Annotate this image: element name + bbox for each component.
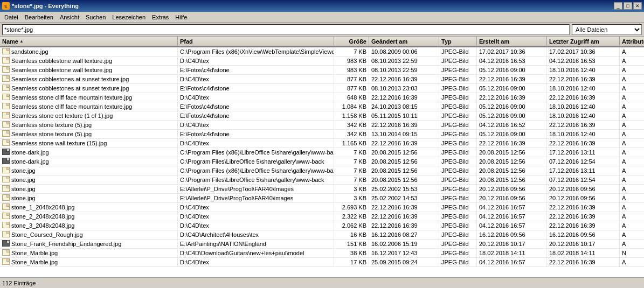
cell-last-access: 22.12.2016 16:39 bbox=[547, 203, 620, 212]
file-icon bbox=[2, 103, 10, 110]
cell-path: D:\C4D\tex bbox=[178, 212, 334, 221]
file-type-dropdown[interactable]: Alle DateienAudioBildDokumentVideoZip bbox=[572, 24, 642, 35]
table-row[interactable]: Stone_Marble.jpgD:\C4D\tex17 KB25.09.201… bbox=[0, 258, 644, 267]
cell-attribute: A bbox=[620, 166, 644, 175]
table-row[interactable]: Seamless cobblestones at sunset texture.… bbox=[0, 75, 644, 84]
cell-created: 20.08.2015 12:56 bbox=[477, 157, 547, 166]
cell-created: 05.12.2016 09:00 bbox=[477, 66, 547, 74]
table-row[interactable]: stone-dark.jpgC:\Program Files\LibreOffi… bbox=[0, 157, 644, 166]
table-row[interactable]: sandstone.jpgC:\Program Files (x86)\XnVi… bbox=[0, 47, 644, 57]
app-icon: E bbox=[2, 2, 10, 10]
col-attribute[interactable]: Attribute bbox=[620, 37, 644, 46]
col-modified[interactable]: Geändert am bbox=[369, 37, 439, 46]
cell-last-access: 18.02.2018 14:11 bbox=[547, 249, 620, 257]
cell-type: JPEG-Bild bbox=[439, 130, 477, 138]
cell-attribute: A bbox=[620, 139, 644, 147]
menu-item-bearbeiten[interactable]: Bearbeiten bbox=[22, 13, 57, 22]
cell-modified: 24.10.2013 08:15 bbox=[369, 102, 439, 111]
file-icon bbox=[2, 249, 10, 257]
table-row[interactable]: stone-dark.jpgC:\Program Files (x86)\Lib… bbox=[0, 148, 644, 157]
cell-type: JPEG-Bild bbox=[439, 185, 477, 193]
table-row[interactable]: Seamless stone texture (5).jpgD:\C4D\tex… bbox=[0, 121, 644, 130]
table-row[interactable]: Seamless cobblestones at sunset texture.… bbox=[0, 84, 644, 93]
menu-item-ansicht[interactable]: Ansicht bbox=[57, 13, 82, 22]
table-row[interactable]: stone_3_2048x2048.jpgD:\C4D\tex2.062 KB2… bbox=[0, 221, 644, 230]
file-icon bbox=[2, 57, 10, 65]
menu-item-datei[interactable]: Datei bbox=[1, 13, 22, 22]
cell-type: JPEG-Bild bbox=[439, 84, 477, 93]
cell-modified: 08.10.2013 23:03 bbox=[369, 84, 439, 93]
cell-path: E:\Fotos\c4d\stone bbox=[178, 111, 334, 120]
table-row[interactable]: stone_1_2048x2048.jpgD:\C4D\tex2.693 KB2… bbox=[0, 203, 644, 212]
cell-last-access: 18.10.2016 12:40 bbox=[547, 66, 620, 74]
cell-attribute: A bbox=[620, 230, 644, 239]
col-size[interactable]: Größe bbox=[334, 37, 369, 46]
file-list-container[interactable]: Name ▲ Pfad Größe Geändert am Typ Erstel… bbox=[0, 37, 644, 277]
cell-size: 983 KB bbox=[334, 57, 369, 65]
table-row[interactable]: Stone_Marble.jpgD:\C4D\Download\Guitars\… bbox=[0, 249, 644, 258]
col-type[interactable]: Typ bbox=[439, 37, 477, 46]
table-row[interactable]: Stone_Coursed_Rough.jpgD:\C4D\Architect\… bbox=[0, 230, 644, 240]
cell-filename: Seamless cobblestones at sunset texture.… bbox=[0, 75, 178, 83]
cell-path: D:\C4D\tex bbox=[178, 221, 334, 230]
cell-filename: stone_3_2048x2048.jpg bbox=[0, 221, 178, 230]
menu-item-suchen[interactable]: Suchen bbox=[82, 13, 109, 22]
cell-filename: stone.jpg bbox=[0, 185, 178, 193]
menu-item-extras[interactable]: Extras bbox=[149, 13, 172, 22]
cell-last-access: 22.12.2016 16:39 bbox=[547, 221, 620, 230]
cell-created: 04.12.2016 16:53 bbox=[477, 57, 547, 65]
file-icon bbox=[2, 194, 10, 202]
cell-size: 151 KB bbox=[334, 240, 369, 248]
cell-size: 2.693 KB bbox=[334, 203, 369, 212]
status-bar: 112 Einträge bbox=[0, 277, 644, 288]
cell-size: 342 KB bbox=[334, 130, 369, 138]
cell-created: 04.12.2016 16:57 bbox=[477, 212, 547, 221]
col-name[interactable]: Name ▲ bbox=[0, 37, 178, 46]
cell-modified: 22.12.2016 16:39 bbox=[369, 139, 439, 147]
minimize-button[interactable]: _ bbox=[614, 2, 622, 10]
title-bar: E *stone*.jpg - Everything _ □ ✕ bbox=[0, 0, 644, 12]
table-row[interactable]: stone.jpgC:\Program Files (x86)\LibreOff… bbox=[0, 166, 644, 175]
cell-last-access: 22.12.2016 16:39 bbox=[547, 258, 620, 266]
close-button[interactable]: ✕ bbox=[633, 2, 642, 10]
cell-attribute: A bbox=[620, 130, 644, 138]
table-row[interactable]: Seamless stone oct texture (1 of 1).jpgE… bbox=[0, 111, 644, 121]
table-row[interactable]: Seamless stone texture (5).jpgE:\Fotos\c… bbox=[0, 130, 644, 139]
cell-modified: 16.12.2017 12:43 bbox=[369, 249, 439, 257]
file-icon bbox=[2, 66, 10, 74]
cell-last-access: 04.12.2016 16:53 bbox=[547, 57, 620, 65]
table-row[interactable]: Seamless stone cliff face mountain textu… bbox=[0, 102, 644, 111]
cell-filename: Seamless stone cliff face mountain textu… bbox=[0, 102, 178, 111]
cell-attribute: A bbox=[620, 148, 644, 157]
menu-item-hilfe[interactable]: Hilfe bbox=[172, 13, 190, 22]
cell-modified: 16.12.2016 08:27 bbox=[369, 230, 439, 239]
table-row[interactable]: stone.jpgC:\Program Files\LibreOffice 5\… bbox=[0, 175, 644, 185]
col-created[interactable]: Erstellt am bbox=[477, 37, 547, 46]
maximize-button[interactable]: □ bbox=[624, 2, 632, 10]
cell-size: 17 KB bbox=[334, 258, 369, 266]
cell-modified: 08.10.2013 22:59 bbox=[369, 66, 439, 74]
cell-modified: 20.08.2015 12:56 bbox=[369, 148, 439, 157]
cell-filename: stone.jpg bbox=[0, 166, 178, 175]
search-input[interactable] bbox=[2, 24, 570, 35]
table-row[interactable]: Seamless stone cliff face mountain textu… bbox=[0, 93, 644, 102]
table-row[interactable]: Seamless cobblestone wall texture.jpgD:\… bbox=[0, 57, 644, 66]
menu-item-lesezeichen[interactable]: Lesezeichen bbox=[109, 13, 149, 22]
file-icon bbox=[2, 94, 10, 101]
cell-attribute: A bbox=[620, 66, 644, 74]
table-row[interactable]: Seamless cobblestone wall texture.jpgE:\… bbox=[0, 66, 644, 75]
table-row[interactable]: Stone_Frank_Friendship_Endangered.jpgE:\… bbox=[0, 240, 644, 249]
col-path[interactable]: Pfad bbox=[178, 37, 334, 46]
cell-created: 04.12.2016 16:57 bbox=[477, 203, 547, 212]
cell-created: 20.12.2016 10:17 bbox=[477, 240, 547, 248]
cell-modified: 20.08.2015 12:56 bbox=[369, 157, 439, 166]
col-last-access[interactable]: Letzter Zugriff am bbox=[547, 37, 620, 46]
table-row[interactable]: Seamless stone wall texture (15).jpgD:\C… bbox=[0, 139, 644, 148]
table-row[interactable]: stone_2_2048x2048.jpgD:\C4D\tex2.322 KB2… bbox=[0, 212, 644, 221]
cell-type: JPEG-Bild bbox=[439, 57, 477, 65]
cell-filename: Seamless cobblestone wall texture.jpg bbox=[0, 66, 178, 74]
cell-created: 22.12.2016 16:39 bbox=[477, 75, 547, 83]
table-row[interactable]: stone.jpgE:\Allerlei\P_Drive\ProgTool\FA… bbox=[0, 194, 644, 203]
table-row[interactable]: stone.jpgE:\Allerlei\P_Drive\ProgTool\FA… bbox=[0, 185, 644, 194]
cell-created: 04.12.2016 16:52 bbox=[477, 121, 547, 129]
